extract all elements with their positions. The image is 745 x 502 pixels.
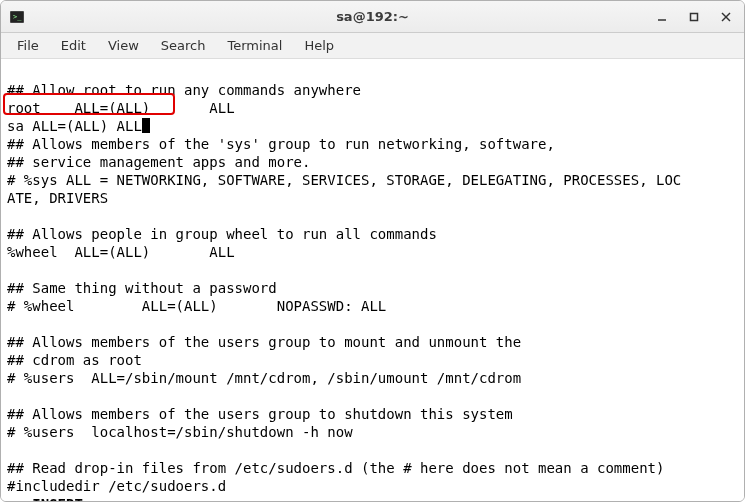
terminal-line: ## service management apps and more. [7,154,310,170]
terminal-line: ## Allows members of the users group to … [7,406,513,422]
terminal-viewport[interactable]: ## Allow root to run any commands anywhe… [1,59,744,501]
menu-edit[interactable]: Edit [51,35,96,56]
terminal-line: # %wheel ALL=(ALL) NOPASSWD: ALL [7,298,386,314]
terminal-line: #includedir /etc/sudoers.d [7,478,226,494]
terminal-line: # %users ALL=/sbin/mount /mnt/cdrom, /sb… [7,370,521,386]
vim-mode-status: -- INSERT -- [7,496,108,501]
terminal-line: ## Allow root to run any commands anywhe… [7,82,361,98]
menu-view[interactable]: View [98,35,149,56]
text-cursor [142,118,150,133]
titlebar: >_ sa@192:~ [1,1,744,33]
svg-rect-4 [691,13,698,20]
terminal-line: ## Same thing without a password [7,280,277,296]
terminal-line: ATE, DRIVERS [7,190,108,206]
window-title: sa@192:~ [1,9,744,24]
terminal-line: sa ALL=(ALL) ALL [7,118,142,134]
terminal-line: ## Allows people in group wheel to run a… [7,226,437,242]
menubar: File Edit View Search Terminal Help [1,33,744,59]
maximize-button[interactable] [684,7,704,27]
menu-search[interactable]: Search [151,35,216,56]
menu-terminal[interactable]: Terminal [217,35,292,56]
terminal-line: ## Read drop-in files from /etc/sudoers.… [7,460,664,476]
terminal-line: ## Allows members of the users group to … [7,334,521,350]
terminal-line: %wheel ALL=(ALL) ALL [7,244,235,260]
terminal-line: ## Allows members of the 'sys' group to … [7,136,555,152]
close-button[interactable] [716,7,736,27]
terminal-line: root ALL=(ALL) ALL [7,100,235,116]
menu-help[interactable]: Help [294,35,344,56]
terminal-app-icon: >_ [9,9,25,25]
terminal-line: # %users localhost=/sbin/shutdown -h now [7,424,353,440]
svg-text:>_: >_ [13,13,22,21]
window-controls [652,7,736,27]
menu-file[interactable]: File [7,35,49,56]
terminal-line: ## cdrom as root [7,352,142,368]
minimize-button[interactable] [652,7,672,27]
terminal-line: # %sys ALL = NETWORKING, SOFTWARE, SERVI… [7,172,681,188]
